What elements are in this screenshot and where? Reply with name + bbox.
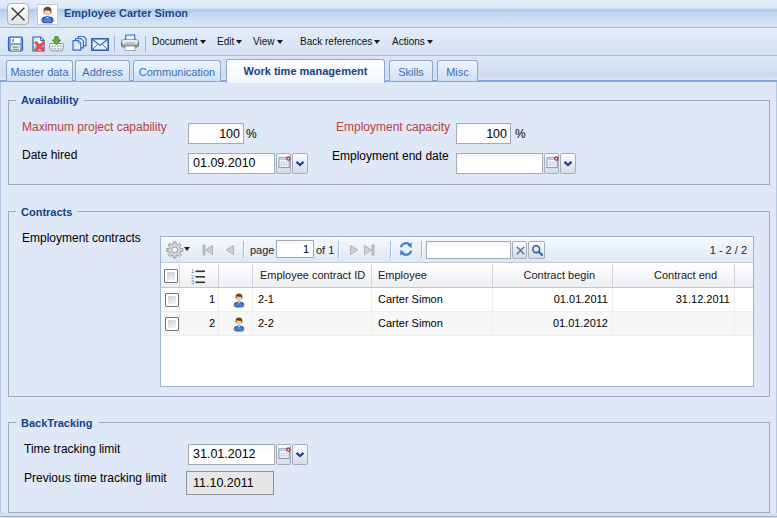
svg-text:3: 3 [191, 279, 194, 284]
